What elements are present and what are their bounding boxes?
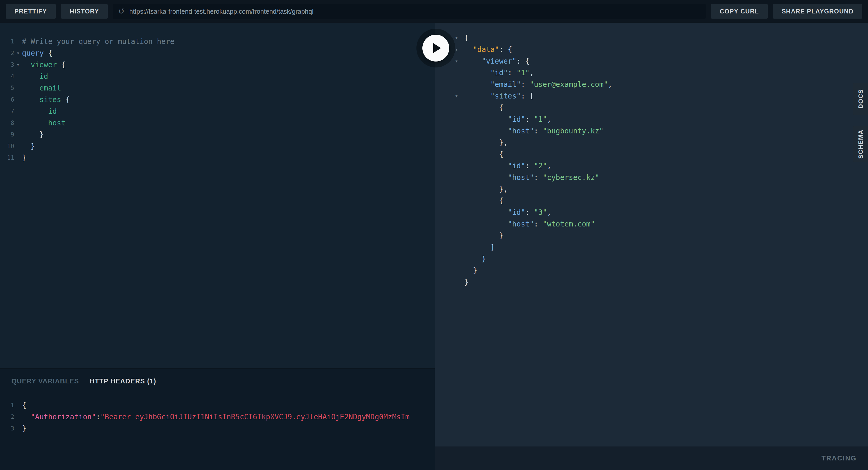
tab-schema[interactable]: SCHEMA bbox=[853, 126, 868, 162]
code-line: ] bbox=[453, 241, 868, 253]
code-line: "host": "cybersec.kz" bbox=[453, 172, 868, 183]
line-number: 7 bbox=[0, 106, 14, 117]
fold-arrow-icon[interactable]: ▾ bbox=[453, 32, 464, 44]
variables-tabs: QUERY VARIABLES HTTP HEADERS (1) bbox=[0, 369, 435, 387]
line-number: 2 bbox=[0, 411, 14, 423]
history-button[interactable]: HISTORY bbox=[61, 4, 108, 19]
tracing-toggle[interactable]: TRACING bbox=[822, 454, 857, 462]
tab-docs[interactable]: DOCS bbox=[853, 83, 868, 115]
code-text: "viewer": { bbox=[464, 55, 530, 67]
line-number: 8 bbox=[0, 117, 14, 129]
code-text: { bbox=[464, 148, 503, 160]
play-icon bbox=[433, 43, 441, 53]
code-text: query { bbox=[22, 47, 53, 59]
line-number: 3 bbox=[0, 59, 14, 70]
code-text: "id": "1", bbox=[464, 67, 534, 79]
endpoint-bar: ↺ bbox=[113, 4, 706, 19]
execute-button[interactable] bbox=[416, 29, 455, 67]
code-text: } bbox=[22, 152, 26, 164]
line-number: 4 bbox=[0, 70, 14, 82]
line-number: 3 bbox=[0, 423, 14, 434]
code-text: id bbox=[22, 106, 57, 117]
share-playground-button[interactable]: SHARE PLAYGROUND bbox=[773, 4, 862, 19]
line-number: 1 bbox=[0, 400, 14, 411]
code-line: "email": "user@example.com", bbox=[453, 79, 868, 90]
editor-pane: 1# Write your query or mutation here2▾qu… bbox=[0, 23, 435, 470]
code-line: } bbox=[453, 230, 868, 241]
tab-query-variables[interactable]: QUERY VARIABLES bbox=[11, 377, 79, 385]
code-text: "id": "2", bbox=[464, 160, 551, 172]
response-viewer: ▾{▾ "data": {▾ "viewer": { "id": "1", "e… bbox=[435, 23, 868, 446]
code-text: "id": "3", bbox=[464, 207, 551, 218]
fold-arrow-icon[interactable]: ▾ bbox=[14, 59, 22, 70]
code-text: } bbox=[464, 253, 486, 265]
headers-editor[interactable]: 1{2 "Authorization":"Bearer eyJhbGciOiJI… bbox=[0, 387, 435, 434]
variables-panel: QUERY VARIABLES HTTP HEADERS (1) 1{2 "Au… bbox=[0, 369, 435, 470]
code-line: 6 sites { bbox=[0, 94, 435, 106]
code-text: "sites": [ bbox=[464, 90, 534, 102]
code-line: "id": "2", bbox=[453, 160, 868, 172]
code-line: { bbox=[453, 195, 868, 207]
code-line: "host": "wtotem.com" bbox=[453, 218, 868, 230]
code-line: ▾ "viewer": { bbox=[453, 55, 868, 67]
code-text: "Authorization":"Bearer eyJhbGciOiJIUzI1… bbox=[22, 411, 409, 423]
code-text: "data": { bbox=[464, 44, 512, 55]
endpoint-input[interactable] bbox=[129, 7, 701, 16]
code-line: "id": "1", bbox=[453, 67, 868, 79]
reload-icon[interactable]: ↺ bbox=[118, 7, 125, 15]
code-text: "email": "user@example.com", bbox=[464, 79, 612, 90]
code-text: } bbox=[22, 129, 44, 140]
code-text: }, bbox=[464, 183, 508, 195]
query-editor[interactable]: 1# Write your query or mutation here2▾qu… bbox=[0, 23, 435, 369]
code-line: } bbox=[453, 253, 868, 265]
response-pane: ▾{▾ "data": {▾ "viewer": { "id": "1", "e… bbox=[435, 23, 868, 470]
code-text: "host": "bugbounty.kz" bbox=[464, 125, 603, 137]
code-line: 8 host bbox=[0, 117, 435, 129]
code-text: "id": "1", bbox=[464, 114, 551, 125]
code-text: { bbox=[464, 195, 503, 207]
code-line: }, bbox=[453, 183, 868, 195]
code-text: { bbox=[464, 102, 503, 114]
code-text: id bbox=[22, 70, 48, 82]
line-number: 9 bbox=[0, 129, 14, 140]
code-text: { bbox=[464, 32, 469, 44]
code-text: } bbox=[464, 230, 503, 241]
fold-arrow-icon[interactable]: ▾ bbox=[453, 90, 464, 102]
code-line: 3} bbox=[0, 423, 435, 434]
code-text: } bbox=[22, 140, 35, 152]
code-line: } bbox=[453, 265, 868, 276]
fold-arrow-icon[interactable]: ▾ bbox=[453, 55, 464, 67]
play-button-circle bbox=[423, 35, 449, 61]
fold-arrow-icon[interactable]: ▾ bbox=[14, 47, 22, 59]
code-line: 11} bbox=[0, 152, 435, 164]
line-number: 2 bbox=[0, 47, 14, 59]
code-text: } bbox=[464, 276, 469, 288]
code-line: 1{ bbox=[0, 400, 435, 411]
tab-http-headers[interactable]: HTTP HEADERS (1) bbox=[90, 377, 156, 385]
code-line: ▾ "data": { bbox=[453, 44, 868, 55]
code-text: "host": "wtotem.com" bbox=[464, 218, 595, 230]
code-line: "id": "1", bbox=[453, 114, 868, 125]
copy-curl-button[interactable]: COPY CURL bbox=[711, 4, 768, 19]
prettify-button[interactable]: PRETTIFY bbox=[6, 4, 56, 19]
topbar: PRETTIFY HISTORY ↺ COPY CURL SHARE PLAYG… bbox=[0, 0, 868, 23]
code-text: { bbox=[22, 400, 26, 411]
line-number: 5 bbox=[0, 82, 14, 94]
code-text: }, bbox=[464, 137, 508, 148]
code-text: email bbox=[22, 82, 61, 94]
code-line: ▾{ bbox=[453, 32, 868, 44]
code-text: # Write your query or mutation here bbox=[22, 36, 175, 47]
code-line: }, bbox=[453, 137, 868, 148]
tracing-bar: TRACING bbox=[435, 446, 868, 470]
line-number: 11 bbox=[0, 152, 14, 164]
response-code: ▾{▾ "data": {▾ "viewer": { "id": "1", "e… bbox=[453, 32, 868, 288]
code-text: } bbox=[464, 265, 477, 276]
code-line: 2▾query { bbox=[0, 47, 435, 59]
code-line: 3▾ viewer { bbox=[0, 59, 435, 70]
code-line: 7 id bbox=[0, 106, 435, 117]
query-editor-code: 1# Write your query or mutation here2▾qu… bbox=[0, 36, 435, 164]
code-text: host bbox=[22, 117, 66, 129]
code-line: 5 email bbox=[0, 82, 435, 94]
code-line: 10 } bbox=[0, 140, 435, 152]
code-text: "host": "cybersec.kz" bbox=[464, 172, 599, 183]
